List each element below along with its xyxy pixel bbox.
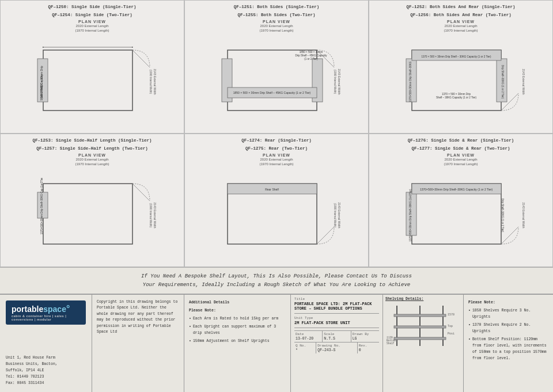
- plan-dim-3b: (1970 Internal Length): [444, 29, 478, 32]
- diagram-title-3b: QF–1256: Both Sides And Rear (Two-Tier): [410, 12, 512, 18]
- svg-rect-55: [394, 326, 446, 328]
- diagram-cell-1: QF–1250: Single Side (Single-Tier) QF–12…: [0, 0, 184, 134]
- svg-text:1370×500×30mm Drip Shelf–30KG : 1370×500×30mm Drip Shelf–30KG (1or2Tier): [409, 189, 412, 242]
- date-value: 13-07-20: [296, 337, 313, 341]
- diagram-title-5: QF–1274: Rear (Single-Tier): [241, 138, 312, 144]
- diagram-svg-5: Rear Shelf 2143 External Width (1990 Int…: [210, 167, 343, 263]
- svg-text:Position: Position: [448, 332, 454, 336]
- svg-text:1370 × 500 × 30mm Drip Shelf –: 1370 × 500 × 30mm Drip Shelf – 30KG Capa…: [421, 55, 491, 58]
- svg-text:1850 × 500 × 30mm: 1850 × 500 × 30mm: [300, 51, 323, 54]
- shelving-note-title: Please Note:: [468, 299, 548, 306]
- svg-text:2143 External Width: 2143 External Width: [522, 202, 525, 228]
- plan-dim-2: 2020 External Length: [260, 24, 293, 28]
- diagram-title-2b: QF–1255: Both Sides (Two-Tier): [237, 12, 315, 18]
- unit-type-value: 2M FLAT-PACK STORE UNIT: [294, 321, 350, 325]
- svg-text:Top Shelf: Top Shelf: [448, 325, 454, 328]
- plan-view-2: PLAN VIEW: [263, 20, 290, 24]
- logo-space: space: [43, 305, 66, 314]
- fax: Fax: 0845 3311434: [6, 380, 86, 386]
- info-line-1: If You Need A Bespoke Shelf Layout, This…: [23, 272, 530, 280]
- drawing-label: Drawing No.: [317, 344, 356, 348]
- svg-line-40: [317, 227, 334, 244]
- diagram-cell-4: QF–1253: Single Side–Half Length (Single…: [0, 134, 184, 267]
- diagram-cell-6: QF–1276: Single Side & Rear (Single-Tier…: [369, 134, 553, 267]
- info-text: If You Need A Bespoke Shelf Layout, This…: [0, 268, 553, 294]
- plan-view-6: PLAN VIEW: [447, 153, 475, 157]
- address-3: Suffolk, IP14 4LE: [6, 367, 86, 374]
- diagram-title-1b: QF–1254: Single Side (Two-Tier): [52, 12, 132, 18]
- rev-label: Rev.: [359, 344, 378, 348]
- svg-text:1570: 1570: [448, 313, 454, 317]
- svg-text:1370×500×30mm Drip Shelf–30KG : 1370×500×30mm Drip Shelf–30KG Capacity (…: [420, 188, 493, 191]
- footer-shelving: Shelving Details: 1570 Top Shelf Positio…: [383, 295, 464, 392]
- plan-view-1: PLAN VIEW: [78, 20, 106, 24]
- tel: Tel: 01449 782123: [6, 374, 86, 380]
- diagram-cell-5: QF–1274: Rear (Single-Tier) QF–1275: Rea…: [184, 134, 369, 267]
- diagram-title-1: QF–1250: Single Side (Single-Tier): [48, 4, 136, 10]
- plan-dim-6b: (1970 Internal Length): [444, 162, 478, 166]
- footer-title-box: Title PORTABLE SPACE LTD: 2M FLAT-PACK S…: [291, 295, 383, 392]
- svg-text:Drip Shelf–30KG (1 or 2 Tier): Drip Shelf–30KG (1 or 2 Tier): [501, 64, 504, 98]
- additional-note-title: Please Note:: [189, 307, 286, 314]
- scale-label: Scale: [324, 332, 349, 336]
- doc-label: Q No.: [296, 344, 315, 348]
- diagram-title-3: QF–1252: Both Sides And Rear (Single-Tie…: [406, 4, 515, 10]
- copyright-text: Copyright in this drawing belongs to Por…: [97, 299, 179, 335]
- drawing-value: QF–243–S: [317, 348, 335, 352]
- svg-text:(1 or 2 Tier): (1 or 2 Tier): [40, 85, 43, 98]
- diagram-svg-3: 1370×500×30mm Drip Shelf–30KG Drip Shelf…: [395, 33, 527, 130]
- shelving-diagram: 1570 Top Shelf Position 1120 Bottom Shel…: [385, 303, 454, 349]
- svg-text:(1990 Internal Width): (1990 Internal Width): [149, 203, 152, 228]
- diagram-title-2: QF–1251: Both Sides (Single-Tier): [234, 4, 320, 10]
- address-1: Unit 1, Red House Farm: [6, 355, 86, 361]
- plan-dim-2b: (1970 Internal Length): [259, 29, 293, 32]
- plan-dim-5: 2020 External Length: [260, 158, 293, 161]
- additional-bullet-1: Each Arm is Rated to hold 15kg per arm: [189, 315, 286, 322]
- plan-view-3: PLAN VIEW: [447, 20, 475, 24]
- plan-view-4: PLAN VIEW: [78, 153, 106, 157]
- diagram-title-6b: QF–1277: Single Side & Rear (Two-Tier): [411, 146, 510, 152]
- plan-dim-4: 2020 External Length: [75, 158, 108, 161]
- rev-value: 0: [359, 348, 361, 352]
- shelving-note-3: Bottom Shelf Position: 1120mm from floor…: [468, 336, 548, 361]
- additional-bullet-3: 150mm Adjustment on Shelf Uprights: [189, 338, 286, 344]
- footer-copyright: Copyright in this drawing belongs to Por…: [92, 295, 184, 392]
- plan-dim-4b: (1970 Internal Length): [75, 162, 109, 166]
- footer-notes: Please Note: 1850 Shelves Require 3 No. …: [464, 295, 553, 392]
- svg-text:(1 or 2 Tier): (1 or 2 Tier): [304, 58, 318, 60]
- logo-subtitle: cabin & container hire | sales | convers…: [12, 314, 80, 321]
- additional-bullet-2: Each Upright can support maximum of 3 dr…: [189, 324, 286, 336]
- additional-title: Additional Details: [189, 299, 286, 306]
- svg-rect-54: [394, 314, 446, 317]
- diagram-svg-6: 1370×500×30mm Drip Shelf–30KG (1or2Tier)…: [395, 167, 527, 263]
- diagram-cell-2: QF–1251: Both Sides (Single-Tier) QF–125…: [184, 0, 369, 134]
- svg-text:2143 External Width: 2143 External Width: [338, 202, 341, 228]
- diagram-cell-3: QF–1252: Both Sides And Rear (Single-Tie…: [369, 0, 553, 134]
- svg-text:Drip Shelf–30KG (1 or 2 Tier): Drip Shelf–30KG (1 or 2 Tier): [501, 199, 504, 233]
- svg-text:Shelf – 30KG Capacity (1 or 2 : Shelf – 30KG Capacity (1 or 2 Tier): [436, 96, 477, 99]
- address-2: Business Units, Bacton,: [6, 361, 86, 367]
- shelving-note-1: 1850 Shelves Require 3 No. Uprights: [468, 307, 548, 320]
- drawn-value: LG: [353, 337, 357, 341]
- diagram-svg-2: 1850 × 500 × 30mm Drip Shelf – 45KG Capa…: [210, 33, 343, 130]
- svg-rect-56: [394, 337, 446, 340]
- shelving-note-2: 1370 Shelves Require 2 No. Uprights: [468, 322, 548, 334]
- plan-view-5: PLAN VIEW: [263, 153, 290, 157]
- scale-value: N.T.S: [324, 337, 335, 341]
- shelving-title: Shelving Details:: [385, 297, 461, 301]
- main-container: QF–1250: Single Side (Single-Tier) QF–12…: [0, 0, 553, 392]
- svg-line-5: [132, 50, 150, 67]
- svg-text:2143 External Width: 2143 External Width: [153, 68, 157, 94]
- svg-line-34: [132, 184, 150, 201]
- svg-rect-0: [43, 50, 132, 111]
- svg-text:1370×500×30mm Drip Shelf–30KG: 1370×500×30mm Drip Shelf–30KG: [409, 61, 412, 102]
- footer-logo-col: portablespace° cabin & container hire | …: [0, 295, 92, 392]
- svg-text:1850 × 500 × 30mm Drip Shelf –: 1850 × 500 × 30mm Drip Shelf – 45KG Capa…: [233, 91, 311, 94]
- doc-value: *: [296, 348, 298, 352]
- svg-text:1370 × 500 × 30mm Drip: 1370 × 500 × 30mm Drip: [442, 93, 471, 96]
- svg-text:(1990 Internal Width): (1990 Internal Width): [334, 203, 336, 228]
- svg-text:Shelf: Shelf: [387, 342, 395, 345]
- diagram-svg-4: 1370×500×30mm Drip Shelf–30KG Cap (1or2T…: [26, 167, 158, 263]
- diagram-title-5b: QF–1275: Rear (Two-Tier): [245, 146, 308, 152]
- diagrams-grid: QF–1250: Single Side (Single-Tier) QF–12…: [0, 0, 553, 268]
